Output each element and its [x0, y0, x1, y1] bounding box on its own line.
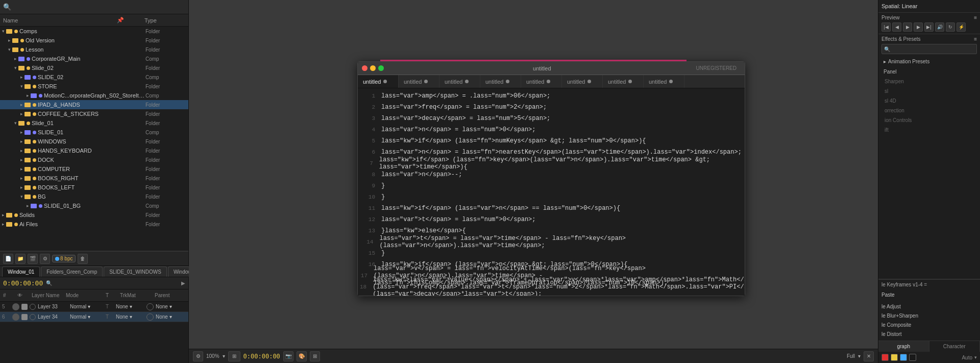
tree-item-slide-02-inner[interactable]: ▸SLIDE_02Comp: [0, 72, 188, 82]
minimize-button[interactable]: [370, 65, 376, 71]
layer-visibility-icon[interactable]: [21, 314, 28, 320]
expand-arrow[interactable]: ▾: [18, 84, 24, 89]
timeline-tab-1[interactable]: Folders_Green_Comp: [41, 267, 103, 277]
code-tab-2[interactable]: untitled: [439, 75, 480, 88]
tree-item-store[interactable]: ▾STOREFolder: [0, 82, 188, 91]
tree-item-coffee-stickers[interactable]: ▸COFFEE_&_STICKERSFolder: [0, 109, 188, 118]
layer-row-5[interactable]: 5 Layer 33 Normal ▾ T None ▾ None ▾: [0, 302, 188, 312]
tree-item-lesson[interactable]: ▾LessonFolder: [0, 45, 188, 54]
zoom-level[interactable]: 100%: [206, 353, 219, 359]
effects-search-input[interactable]: [881, 44, 977, 54]
effect-item-panel[interactable]: Panel: [881, 66, 977, 77]
code-line-5[interactable]: 5lass="kw">if</span> (lass="fn">numKeys<…: [358, 135, 745, 147]
tree-item-slide-01-bg[interactable]: ▸SLIDE_01_BGComp: [0, 201, 188, 210]
adjust-item[interactable]: le Adjust: [881, 302, 977, 311]
blue-swatch[interactable]: [900, 354, 907, 361]
expand-arrow[interactable]: ▸: [0, 212, 6, 217]
close-button[interactable]: [362, 65, 368, 71]
tab-close-dot[interactable]: [383, 80, 387, 83]
preview-menu-icon[interactable]: ≡: [974, 15, 977, 20]
settings-button[interactable]: ⚙: [40, 254, 50, 264]
next-frame-button[interactable]: ▶: [914, 22, 923, 32]
expand-arrow[interactable]: ▸: [18, 148, 24, 153]
new-folder-button[interactable]: 📁: [15, 254, 26, 264]
trash-button[interactable]: 🗑: [78, 254, 88, 264]
code-line-9[interactable]: 9}: [358, 180, 745, 191]
code-line-10[interactable]: 10}: [358, 191, 745, 203]
layer-lock-icon[interactable]: [30, 314, 36, 320]
expand-arrow[interactable]: ▸: [18, 185, 24, 190]
play-controls[interactable]: ▶: [181, 280, 185, 286]
code-line-12[interactable]: 12lass="var">t</span> = lass="num">0</sp…: [358, 214, 745, 225]
tree-item-slide-01[interactable]: ▾Slide_01Folder: [0, 118, 188, 128]
parent-dropdown[interactable]: None ▾: [156, 314, 186, 320]
red-swatch[interactable]: [881, 354, 889, 361]
maximize-button[interactable]: [378, 65, 384, 71]
ram-preview-button[interactable]: ⚡: [957, 22, 966, 32]
layer-row-6[interactable]: 6 Layer 34 Normal ▾ T None ▾ None ▾: [0, 312, 188, 322]
tree-item-motioncorporate[interactable]: ▸MotionC...orporateGraph_S02_StoreItems …: [0, 91, 188, 100]
tab-close-dot[interactable]: [628, 80, 632, 83]
adjust-item[interactable]: le Composite: [881, 320, 977, 329]
tab-close-dot[interactable]: [587, 80, 591, 83]
code-tab-7[interactable]: untitled: [644, 75, 684, 88]
zoom-dropdown-icon[interactable]: ▾: [223, 353, 225, 359]
trkmat-dropdown[interactable]: None ▾: [116, 314, 146, 320]
timeline-tab-2[interactable]: SLIDE_01_WINDOWS: [104, 267, 167, 277]
code-line-3[interactable]: 3lass="var">decay</span> = lass="num">5<…: [358, 113, 745, 124]
search-icon[interactable]: 🔍: [3, 3, 11, 11]
tree-item-slide-01-inner[interactable]: ▸SLIDE_01Comp: [0, 128, 188, 137]
code-tab-0[interactable]: untitled: [358, 75, 399, 88]
code-tab-5[interactable]: untitled: [562, 75, 603, 88]
code-line-11[interactable]: 11lass="kw">if</span> (lass="var">n</spa…: [358, 203, 745, 214]
adjust-item[interactable]: le Blur+Sharpen: [881, 311, 977, 320]
code-line-8[interactable]: 8lass="var">n</span>--;: [358, 169, 745, 180]
color-picker-btn[interactable]: 🎨: [297, 351, 307, 361]
expand-arrow[interactable]: ▾: [12, 120, 18, 126]
dark-swatch[interactable]: [909, 354, 916, 361]
bpc-badge[interactable]: 8 bpc: [52, 255, 76, 262]
camera-icon[interactable]: 📷: [283, 351, 293, 361]
expand-arrow[interactable]: ▸: [18, 166, 24, 172]
code-line-14[interactable]: 14lass="var">t</span> = lass="var">time<…: [358, 236, 745, 248]
layer-visibility-icon[interactable]: [21, 304, 28, 310]
code-line-15[interactable]: 15}: [358, 248, 745, 259]
expand-arrow[interactable]: ▾: [18, 194, 24, 199]
tree-item-dock[interactable]: ▸DOCKFolder: [0, 155, 188, 164]
tree-item-hands-keyboard[interactable]: ▸HANDS_KEYBOARDFolder: [0, 146, 188, 155]
fit-comp-button[interactable]: ⊞: [228, 351, 240, 361]
effects-menu-icon[interactable]: ≡: [974, 36, 977, 42]
bottom-right-tab-1[interactable]: Character: [929, 341, 981, 352]
expand-arrow[interactable]: ▸: [12, 56, 18, 61]
grid-toggle[interactable]: ⊞: [310, 351, 320, 361]
layer-mode-dropdown[interactable]: Normal ▾: [70, 314, 106, 320]
code-line-1[interactable]: 1lass="var">amp</span> = .lass="num">06<…: [358, 90, 745, 102]
tab-close-dot[interactable]: [669, 80, 673, 83]
tab-close-dot[interactable]: [424, 80, 428, 83]
tree-item-bg[interactable]: ▾BGFolder: [0, 192, 188, 201]
tree-item-slide-02[interactable]: ▾Slide_02Folder: [0, 63, 188, 72]
tab-close-dot[interactable]: [506, 80, 509, 83]
new-item-button[interactable]: 📄: [3, 254, 13, 264]
code-tab-3[interactable]: untitled: [480, 75, 521, 88]
expand-arrow[interactable]: ▸: [18, 130, 24, 135]
code-line-2[interactable]: 2lass="var">freq</span> = lass="num">2</…: [358, 102, 745, 113]
expand-arrow[interactable]: ▸: [18, 139, 24, 144]
layer-mode-dropdown[interactable]: Normal ▾: [70, 304, 106, 309]
adjust-item[interactable]: le Distort: [881, 329, 977, 338]
audio-button[interactable]: 🔊: [935, 22, 944, 32]
auto-dropdown[interactable]: ▾: [974, 355, 977, 360]
skip-forward-button[interactable]: ▶|: [924, 22, 934, 32]
effect-item-animation-presets[interactable]: ▸ Animation Presets: [881, 56, 977, 66]
expand-arrow[interactable]: ▾: [0, 29, 6, 34]
tree-item-old-version[interactable]: ▸Old VersionFolder: [0, 36, 188, 45]
tree-item-windows[interactable]: ▸WINDOWSFolder: [0, 137, 188, 146]
timeline-tab-0[interactable]: Window_01: [2, 267, 40, 277]
preview-settings-button[interactable]: ⚙: [193, 351, 203, 361]
expand-arrow[interactable]: ▾: [6, 47, 12, 52]
expand-arrow[interactable]: ▸: [18, 111, 24, 116]
expand-arrow[interactable]: ▸: [18, 102, 24, 107]
trkmat-dropdown[interactable]: None ▾: [116, 304, 146, 309]
tree-item-ipad-hands[interactable]: ▸IPAD_&_HANDSFolder: [0, 100, 188, 109]
expand-arrow[interactable]: ▸: [6, 38, 12, 43]
